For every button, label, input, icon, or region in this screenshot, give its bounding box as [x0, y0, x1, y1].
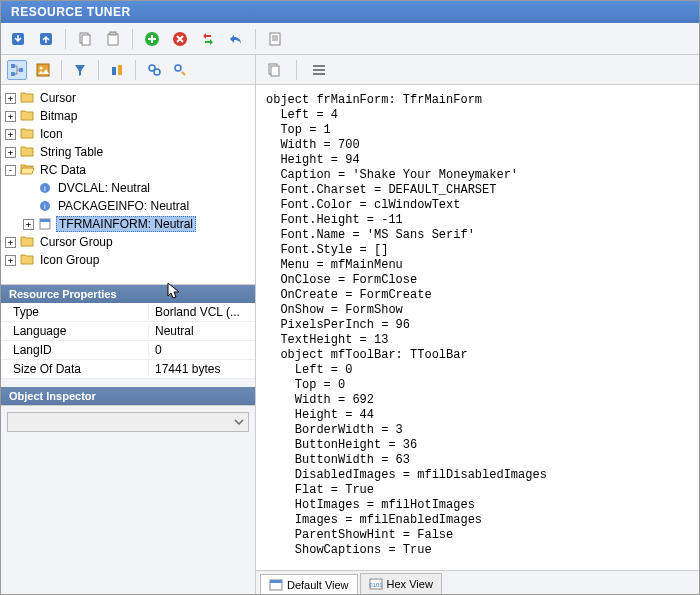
tree-item-label: PACKAGEINFO: Neutral [56, 199, 191, 213]
delete-button[interactable] [169, 28, 191, 50]
svg-text:i: i [44, 184, 46, 193]
properties-header: Resource Properties [1, 285, 255, 303]
separator [255, 29, 256, 49]
tree-item-label: Cursor Group [38, 235, 115, 249]
expander-icon[interactable]: - [5, 165, 16, 176]
resource-tree[interactable]: +Cursor+Bitmap+Icon+String Table-RC Data… [1, 85, 255, 285]
expander-icon[interactable]: + [5, 93, 16, 104]
svg-rect-27 [40, 219, 50, 222]
download-button[interactable] [7, 28, 29, 50]
svg-rect-34 [270, 580, 282, 583]
code-view[interactable]: object frMainForm: TfrMainForm Left = 4 … [256, 85, 699, 570]
add-button[interactable] [141, 28, 163, 50]
item-icon: i [38, 199, 52, 213]
right-panel: object frMainForm: TfrMainForm Left = 4 … [256, 55, 699, 594]
tree-item[interactable]: iDVCLAL: Neutral [3, 179, 253, 197]
tree-item[interactable]: iPACKAGEINFO: Neutral [3, 197, 253, 215]
folder-icon [20, 127, 34, 142]
svg-rect-17 [112, 67, 116, 75]
tree-item[interactable]: +Cursor [3, 89, 253, 107]
left-panel: +Cursor+Bitmap+Icon+String Table-RC Data… [1, 55, 256, 594]
inspector-combo[interactable] [7, 412, 249, 432]
item-icon: i [38, 181, 52, 195]
item-icon [38, 217, 52, 231]
props-row[interactable]: LangID0 [1, 341, 255, 360]
expander-icon[interactable]: + [5, 111, 16, 122]
props-row[interactable]: Size Of Data17441 bytes [1, 360, 255, 379]
form-icon [269, 579, 283, 591]
separator [98, 60, 99, 80]
tree-item[interactable]: -RC Data [3, 161, 253, 179]
tree-item[interactable]: +String Table [3, 143, 253, 161]
folder-icon [20, 163, 34, 178]
folder-icon [20, 91, 34, 106]
expander-icon[interactable]: + [5, 147, 16, 158]
prop-value: Neutral [149, 324, 255, 338]
tree-item-label: RC Data [38, 163, 88, 177]
svg-rect-29 [271, 66, 279, 76]
chevron-down-icon [234, 417, 244, 427]
svg-point-16 [40, 66, 43, 69]
image-view-button[interactable] [33, 60, 53, 80]
find-button[interactable] [144, 60, 164, 80]
lines-button[interactable] [309, 60, 329, 80]
tree-item[interactable]: +Cursor Group [3, 233, 253, 251]
props-row[interactable]: LanguageNeutral [1, 322, 255, 341]
tree-view-button[interactable] [7, 60, 27, 80]
separator [132, 29, 133, 49]
svg-rect-8 [270, 33, 280, 45]
expander-icon[interactable]: + [5, 255, 16, 266]
binary-icon: 0101 [369, 578, 383, 590]
svg-rect-13 [11, 72, 15, 76]
tree-item-label: String Table [38, 145, 105, 159]
tree-item[interactable]: +Bitmap [3, 107, 253, 125]
tree-item[interactable]: +Icon [3, 125, 253, 143]
tab-label: Default View [287, 579, 349, 591]
tree-item[interactable]: +Icon Group [3, 251, 253, 269]
separator [296, 60, 297, 80]
tree-item-label: Bitmap [38, 109, 79, 123]
svg-rect-14 [19, 68, 23, 72]
svg-point-20 [154, 69, 160, 75]
filter-button[interactable] [70, 60, 90, 80]
props-row[interactable]: TypeBorland VCL (... [1, 303, 255, 322]
inspector-header: Object Inspector [1, 387, 255, 405]
expander-icon[interactable]: + [5, 237, 16, 248]
svg-rect-15 [37, 64, 49, 76]
undo-button[interactable] [225, 28, 247, 50]
svg-rect-4 [108, 34, 118, 45]
folder-icon [20, 253, 34, 268]
folder-icon [20, 145, 34, 160]
upload-button[interactable] [35, 28, 57, 50]
svg-rect-18 [118, 65, 122, 75]
paste-button[interactable] [102, 28, 124, 50]
copy-button[interactable] [74, 28, 96, 50]
folder-icon [20, 235, 34, 250]
separator [65, 29, 66, 49]
main-area: +Cursor+Bitmap+Icon+String Table-RC Data… [1, 55, 699, 594]
right-toolbar [256, 55, 699, 85]
tab-hex-view[interactable]: 0101Hex View [360, 573, 442, 594]
tree-item-label: Cursor [38, 91, 78, 105]
toggle-button[interactable] [107, 60, 127, 80]
tab-default-view[interactable]: Default View [260, 574, 358, 594]
prop-value: 17441 bytes [149, 362, 255, 376]
find-next-button[interactable] [170, 60, 190, 80]
properties-button[interactable] [264, 28, 286, 50]
left-toolbar [1, 55, 255, 85]
expander-icon[interactable]: + [5, 129, 16, 140]
prop-value: 0 [149, 343, 255, 357]
copy-text-button[interactable] [264, 60, 284, 80]
title-bar: RESOURCE TUNER [1, 1, 699, 23]
svg-text:i: i [44, 202, 46, 211]
prop-key: LangID [1, 343, 149, 357]
svg-rect-3 [82, 35, 90, 45]
tree-item-label: Icon Group [38, 253, 101, 267]
replace-button[interactable] [197, 28, 219, 50]
tree-item-label: Icon [38, 127, 65, 141]
view-tabs: Default View0101Hex View [256, 570, 699, 594]
prop-key: Language [1, 324, 149, 338]
tree-item[interactable]: +TFRMAINFORM: Neutral [3, 215, 253, 233]
expander-icon[interactable]: + [23, 219, 34, 230]
main-toolbar [1, 23, 699, 55]
